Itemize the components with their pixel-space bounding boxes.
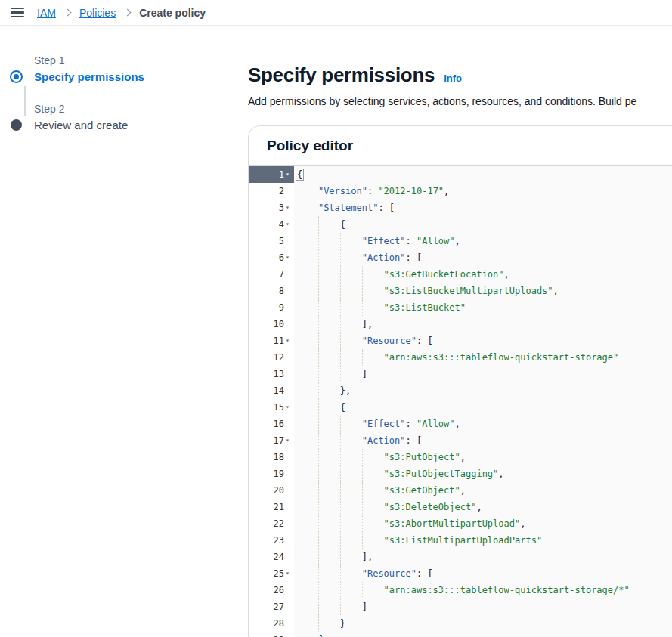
info-link[interactable]: Info [444,73,462,84]
code-line-13[interactable]: 13 ] [249,366,672,382]
code-line-22[interactable]: 22 "s3:AbortMultipartUpload", [249,515,672,532]
step-title-specify-permissions[interactable]: Specify permissions [34,70,228,85]
line-number-4[interactable]: 4▾ [249,216,294,233]
code-line-4[interactable]: 4▾ { [249,216,672,233]
code-content[interactable]: { [294,399,672,416]
line-number-16[interactable]: 16 [249,416,294,432]
code-line-25[interactable]: 25▾ "Resource": [ [249,565,672,582]
line-number-14[interactable]: 14 [249,382,294,399]
json-code-editor[interactable]: 1▾{2 "Version": "2012-10-17",3▾ "Stateme… [249,165,672,637]
code-content[interactable]: ], [294,549,672,565]
code-content[interactable]: "s3:AbortMultipartUpload", [294,515,672,532]
code-content[interactable]: "Resource": [ [294,332,672,349]
line-number-18[interactable]: 18 [249,449,294,465]
code-line-10[interactable]: 10 ], [249,316,672,332]
code-content[interactable]: ], [294,316,672,332]
fold-arrow-icon[interactable]: ▾ [284,199,294,216]
code-content[interactable]: "arn:aws:s3:::tableflow-quickstart-stora… [294,582,672,598]
code-content[interactable]: { [294,216,672,233]
step-title-review-and-create[interactable]: Review and create [34,118,228,133]
line-number-27[interactable]: 27 [249,598,294,615]
code-line-16[interactable]: 16 "Effect": "Allow", [249,416,672,432]
code-line-15[interactable]: 15▾ { [249,399,672,416]
code-content[interactable]: "s3:PutObjectTagging", [294,465,672,482]
code-content[interactable]: "s3:DeleteObject", [294,499,672,515]
code-content[interactable]: ] [294,366,672,382]
line-number-9[interactable]: 9 [249,299,294,316]
line-number-8[interactable]: 8 [249,283,294,299]
line-number-5[interactable]: 5 [249,233,294,249]
code-content[interactable]: "s3:GetBucketLocation", [294,266,672,283]
line-number-22[interactable]: 22 [249,515,294,532]
code-content[interactable]: "Action": [ [294,249,672,266]
line-number-7[interactable]: 7 [249,266,294,283]
code-line-6[interactable]: 6▾ "Action": [ [249,249,672,266]
code-content[interactable]: ] [294,598,672,615]
breadcrumb-link-iam[interactable]: IAM [37,7,56,19]
code-line-9[interactable]: 9 "s3:ListBucket" [249,299,672,316]
fold-arrow-icon[interactable]: ▾ [284,565,294,582]
code-content[interactable]: "s3:ListBucket" [294,299,672,316]
fold-arrow-icon[interactable]: ▾ [284,332,294,349]
fold-arrow-icon[interactable]: ▾ [284,249,294,266]
line-number-12[interactable]: 12 [249,349,294,366]
code-line-18[interactable]: 18 "s3:PutObject", [249,449,672,465]
code-line-3[interactable]: 3▾ "Statement": [ [249,199,672,216]
code-line-26[interactable]: 26 "arn:aws:s3:::tableflow-quickstart-st… [249,582,672,598]
code-line-14[interactable]: 14 }, [249,382,672,399]
code-line-21[interactable]: 21 "s3:DeleteObject", [249,499,672,515]
fold-arrow-icon[interactable]: ▾ [284,166,294,183]
fold-arrow-icon[interactable]: ▾ [284,399,294,416]
code-line-2[interactable]: 2 "Version": "2012-10-17", [249,183,672,199]
line-number-28[interactable]: 28 [249,615,294,632]
line-number-11[interactable]: 11▾ [249,332,294,349]
code-content[interactable]: "Effect": "Allow", [294,416,672,432]
code-line-20[interactable]: 20 "s3:GetObject", [249,482,672,499]
line-number-20[interactable]: 20 [249,482,294,499]
code-content[interactable]: "Version": "2012-10-17", [294,183,672,199]
code-content[interactable]: "Effect": "Allow", [294,233,672,249]
line-number-24[interactable]: 24 [249,549,294,565]
code-line-23[interactable]: 23 "s3:ListMultipartUploadParts" [249,532,672,549]
line-number-10[interactable]: 10 [249,316,294,332]
code-content[interactable]: "s3:ListBucketMultipartUploads", [294,283,672,299]
code-content[interactable]: }, [294,382,672,399]
line-number-1[interactable]: 1▾ [249,166,294,183]
code-content[interactable]: "s3:GetObject", [294,482,672,499]
code-content[interactable]: "s3:PutObject", [294,449,672,465]
code-line-29[interactable]: 29 ] [249,632,672,637]
line-number-25[interactable]: 25▾ [249,565,294,582]
code-content[interactable]: "Resource": [ [294,565,672,582]
code-line-28[interactable]: 28 } [249,615,672,632]
code-line-12[interactable]: 12 "arn:aws:s3:::tableflow-quickstart-st… [249,349,672,366]
step-2-review-and-create[interactable]: Step 2 Review and create [9,101,228,133]
line-number-2[interactable]: 2 [249,183,294,199]
line-number-21[interactable]: 21 [249,499,294,515]
code-content[interactable]: "Action": [ [294,432,672,449]
line-number-3[interactable]: 3▾ [249,199,294,216]
line-number-26[interactable]: 26 [249,582,294,598]
code-line-24[interactable]: 24 ], [249,549,672,565]
code-content[interactable]: "Statement": [ [294,199,672,216]
line-number-17[interactable]: 17▾ [249,432,294,449]
code-line-7[interactable]: 7 "s3:GetBucketLocation", [249,266,672,283]
code-content[interactable]: { [294,166,672,183]
fold-arrow-icon[interactable]: ▾ [284,432,294,449]
menu-icon[interactable] [11,6,24,20]
code-line-5[interactable]: 5 "Effect": "Allow", [249,233,672,249]
line-number-23[interactable]: 23 [249,532,294,549]
code-line-27[interactable]: 27 ] [249,598,672,615]
code-line-11[interactable]: 11▾ "Resource": [ [249,332,672,349]
code-line-17[interactable]: 17▾ "Action": [ [249,432,672,449]
line-number-15[interactable]: 15▾ [249,399,294,416]
code-content[interactable]: "arn:aws:s3:::tableflow-quickstart-stora… [294,349,672,366]
line-number-19[interactable]: 19 [249,465,294,482]
fold-arrow-icon[interactable]: ▾ [284,216,294,233]
code-content[interactable]: } [294,615,672,632]
code-line-1[interactable]: 1▾{ [249,166,672,183]
code-content[interactable]: "s3:ListMultipartUploadParts" [294,532,672,549]
line-number-6[interactable]: 6▾ [249,249,294,266]
code-line-19[interactable]: 19 "s3:PutObjectTagging", [249,465,672,482]
line-number-29[interactable]: 29 [249,632,294,637]
step-1-specify-permissions[interactable]: Step 1 Specify permissions [9,53,228,85]
